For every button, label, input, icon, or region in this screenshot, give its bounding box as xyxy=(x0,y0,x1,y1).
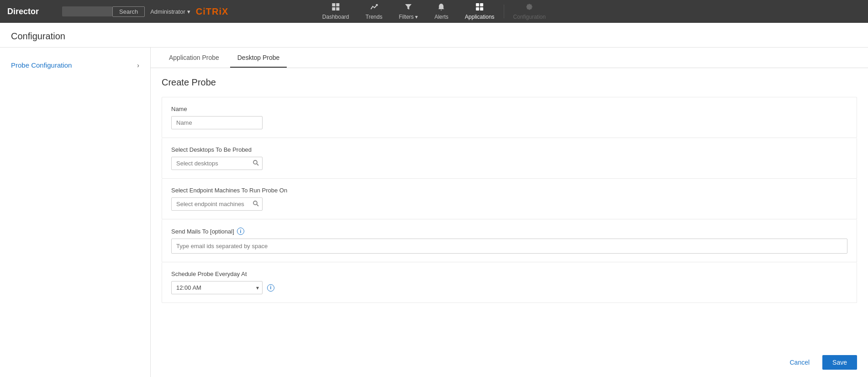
mail-info-icon[interactable]: i xyxy=(237,228,244,235)
app-brand: Director xyxy=(7,7,53,16)
filters-icon xyxy=(404,3,412,13)
configuration-icon xyxy=(526,3,534,13)
nav-center: Dashboard Trends Filters ▾ Alerts Applic… xyxy=(314,0,554,23)
endpoint-label: Select Endpoint Machines To Run Probe On xyxy=(171,187,847,194)
mail-input[interactable] xyxy=(171,239,847,254)
nav-alerts-label: Alerts xyxy=(434,14,448,20)
endpoint-input-wrap xyxy=(171,197,263,211)
svg-rect-7 xyxy=(480,3,483,6)
svg-line-11 xyxy=(257,164,259,165)
schedule-select-wrap: 12:00 AM 1:00 AM 2:00 AM 6:00 AM 12:00 P… xyxy=(171,281,263,294)
sidebar-item-label: Probe Configuration xyxy=(11,61,72,69)
nav-dashboard[interactable]: Dashboard xyxy=(314,0,358,23)
endpoint-input[interactable] xyxy=(171,197,263,211)
sidebar-item-probe-configuration[interactable]: Probe Configuration › xyxy=(0,57,150,74)
nav-applications[interactable]: Applications xyxy=(457,0,503,23)
top-navigation: Director Dashboard Trends Filters ▾ Aler… xyxy=(0,0,868,23)
svg-rect-9 xyxy=(480,7,483,11)
form-section-schedule: Schedule Probe Everyday At 12:00 AM 1:00… xyxy=(162,262,857,303)
name-input[interactable] xyxy=(171,116,263,129)
page-wrapper: Configuration Probe Configuration › Appl… xyxy=(0,23,868,377)
nav-dashboard-label: Dashboard xyxy=(322,14,349,20)
schedule-info-icon[interactable]: i xyxy=(267,284,274,292)
tab-application-probe[interactable]: Application Probe xyxy=(162,48,226,68)
desktops-input-wrap xyxy=(171,157,263,170)
mail-label: Send Mails To [optional] i xyxy=(171,228,847,235)
trends-icon xyxy=(370,3,378,13)
applications-icon xyxy=(475,3,484,13)
form-section-desktops: Select Desktops To Be Probed xyxy=(162,138,857,179)
chevron-right-icon: › xyxy=(137,62,139,69)
nav-configuration: Configuration xyxy=(505,0,554,23)
svg-marker-4 xyxy=(405,4,411,10)
svg-rect-0 xyxy=(332,3,335,6)
footer-actions: Cancel Save xyxy=(782,355,857,370)
admin-label: Administrator xyxy=(150,8,185,15)
svg-rect-8 xyxy=(476,7,479,11)
form-section-email: Send Mails To [optional] i xyxy=(162,219,857,262)
form-title: Create Probe xyxy=(162,77,857,88)
tabs-bar: Application Probe Desktop Probe xyxy=(151,48,868,68)
svg-line-13 xyxy=(257,204,259,206)
svg-rect-2 xyxy=(332,7,335,11)
name-label: Name xyxy=(171,106,847,112)
nav-divider xyxy=(504,5,504,18)
page-header: Configuration xyxy=(0,23,868,48)
alerts-icon xyxy=(437,3,446,13)
form-section-endpoint: Select Endpoint Machines To Run Probe On xyxy=(162,179,857,219)
svg-rect-6 xyxy=(476,3,479,6)
citrix-logo: CiTRiX xyxy=(196,6,229,17)
sidebar: Probe Configuration › xyxy=(0,48,151,377)
svg-rect-3 xyxy=(336,7,339,11)
svg-point-10 xyxy=(253,160,257,164)
nav-configuration-label: Configuration xyxy=(513,14,546,20)
admin-chevron-icon: ▾ xyxy=(187,8,190,15)
nav-applications-label: Applications xyxy=(465,14,494,20)
main-content: Probe Configuration › Application Probe … xyxy=(0,48,868,377)
cancel-button[interactable]: Cancel xyxy=(782,355,817,370)
svg-rect-5 xyxy=(441,10,442,11)
brand-logo-placeholder xyxy=(62,6,112,16)
endpoint-search-icon xyxy=(253,201,259,208)
svg-rect-1 xyxy=(336,3,339,6)
nav-alerts[interactable]: Alerts xyxy=(426,0,457,23)
schedule-select[interactable]: 12:00 AM 1:00 AM 2:00 AM 6:00 AM 12:00 P… xyxy=(171,281,263,294)
nav-trends[interactable]: Trends xyxy=(358,0,391,23)
tab-desktop-probe[interactable]: Desktop Probe xyxy=(230,48,287,68)
admin-menu[interactable]: Administrator ▾ xyxy=(150,8,190,15)
dashboard-icon xyxy=(331,3,340,13)
right-panel: Application Probe Desktop Probe Create P… xyxy=(151,48,868,377)
form-area: Create Probe Name Select Desktops To Be … xyxy=(151,68,868,312)
search-button[interactable]: Search xyxy=(112,6,145,17)
nav-trends-label: Trends xyxy=(366,14,383,20)
nav-filters[interactable]: Filters ▾ xyxy=(390,0,426,23)
topnav-right: Search Administrator ▾ CiTRiX xyxy=(112,6,228,17)
form-section-name: Name xyxy=(162,97,857,138)
desktops-search-icon xyxy=(253,160,259,167)
desktops-label: Select Desktops To Be Probed xyxy=(171,146,847,153)
svg-point-12 xyxy=(253,201,257,205)
schedule-label: Schedule Probe Everyday At xyxy=(171,271,847,277)
desktops-input[interactable] xyxy=(171,157,263,170)
nav-filters-label: Filters ▾ xyxy=(399,14,418,20)
schedule-row: 12:00 AM 1:00 AM 2:00 AM 6:00 AM 12:00 P… xyxy=(171,281,847,294)
save-button[interactable]: Save xyxy=(822,355,857,370)
page-title: Configuration xyxy=(11,31,857,42)
